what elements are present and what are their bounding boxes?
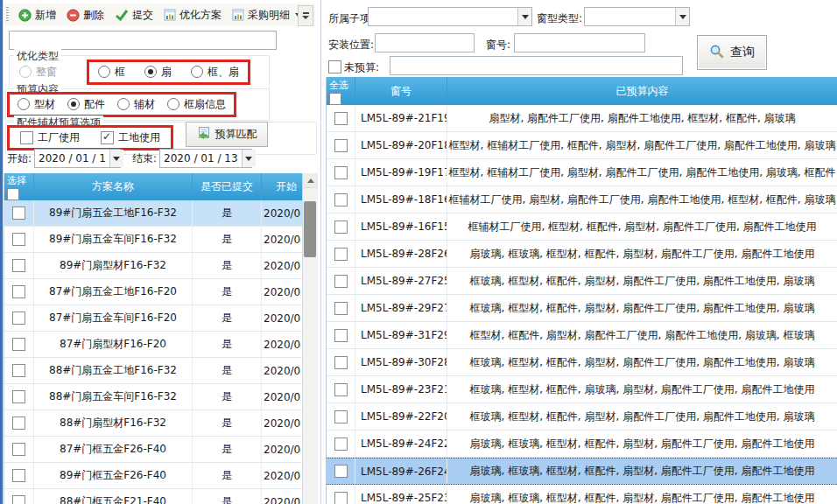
row-checkbox[interactable]	[334, 139, 348, 152]
row-select-cell[interactable]	[327, 458, 355, 484]
chevron-down-icon[interactable]	[675, 8, 689, 25]
table-row[interactable]: 89#门扇型材F16-F32是2020/0	[4, 253, 318, 279]
table-row[interactable]: LM5L-89#-26F24扇玻璃, 框玻璃, 框型材, 框配件, 扇型材, 扇…	[327, 458, 837, 485]
column-header-select-all[interactable]: 全选	[327, 77, 355, 105]
install-position-input[interactable]	[375, 33, 475, 52]
row-checkbox[interactable]	[12, 338, 25, 351]
radio-icon[interactable]	[191, 66, 203, 78]
radio-icon[interactable]	[18, 98, 30, 110]
radio-option-辅材[interactable]: 辅材	[117, 97, 155, 112]
table-row[interactable]: 87#门扇五金车间F16-F20是2020/0	[4, 305, 318, 332]
row-checkbox[interactable]	[12, 443, 25, 456]
row-checkbox[interactable]	[12, 312, 25, 325]
table-row[interactable]: 88#门扇五金工地F16-F32是2020/0	[4, 358, 318, 384]
submit-button[interactable]: 提交	[109, 6, 158, 24]
row-checkbox[interactable]	[12, 416, 25, 430]
select-all-checkbox[interactable]	[7, 188, 19, 200]
checkbox-option-工厂使用[interactable]: 工厂使用	[20, 130, 80, 145]
row-select-cell[interactable]	[327, 485, 355, 504]
row-select-cell[interactable]	[327, 376, 355, 402]
row-checkbox[interactable]	[12, 233, 25, 246]
row-checkbox[interactable]	[334, 248, 348, 261]
scroll-up-icon[interactable]	[303, 173, 318, 188]
radio-icon[interactable]	[19, 66, 32, 78]
column-header-plan-name[interactable]: 方案名称	[34, 173, 193, 200]
row-select-cell[interactable]	[327, 186, 355, 213]
plan-table-scrollbar[interactable]	[302, 173, 318, 504]
table-row[interactable]: 89#门框五金F26-F40是2020/0	[4, 463, 318, 489]
toolbar-overflow-button[interactable]	[298, 5, 313, 26]
row-select-cell[interactable]	[327, 295, 355, 321]
table-row[interactable]: 88#门扇五金车间F16-F32是2020/0	[4, 384, 318, 410]
table-row[interactable]: 87#门扇五金工地F16-F20是2020/0	[4, 279, 318, 305]
table-row[interactable]: LM5L-89#-16F15框辅材工厂使用, 框型材, 框配件, 扇型材, 扇配…	[327, 214, 837, 241]
radio-option-框、扇[interactable]: 框、扇	[191, 65, 239, 80]
row-select-cell[interactable]	[327, 349, 355, 375]
row-select-cell[interactable]	[327, 132, 355, 158]
window-no-input[interactable]	[514, 33, 645, 52]
table-row[interactable]: LM5L-89#-30F28框玻璃, 框型材, 框配件, 扇型材, 扇配件工厂使…	[327, 349, 837, 376]
table-row[interactable]: LM5L-89#-31F29框型材, 框配件, 扇型材, 扇配件工厂使用, 扇配…	[327, 322, 837, 349]
row-select-cell[interactable]	[327, 430, 355, 457]
row-select-cell[interactable]	[4, 332, 34, 357]
row-checkbox[interactable]	[12, 495, 25, 504]
no-budget-checkbox[interactable]	[328, 60, 341, 74]
table-row[interactable]: 87#门框五金F26-F40是2020/0	[4, 437, 318, 463]
row-checkbox[interactable]	[12, 390, 25, 403]
column-header-select[interactable]: 选择	[4, 173, 34, 200]
row-select-cell[interactable]	[4, 200, 34, 226]
row-select-cell[interactable]	[4, 253, 34, 278]
column-header-submitted[interactable]: 是否已提交	[193, 173, 262, 200]
row-select-cell[interactable]	[327, 105, 355, 131]
row-checkbox[interactable]	[12, 285, 25, 298]
scrollbar-thumb[interactable]	[304, 201, 316, 257]
row-checkbox[interactable]	[334, 410, 348, 424]
row-checkbox[interactable]	[12, 206, 25, 220]
checkbox-icon[interactable]	[20, 131, 33, 144]
row-checkbox[interactable]	[334, 275, 348, 288]
table-row[interactable]: LM5L-89#-20F18框型材, 框辅材工厂使用, 框配件, 扇型材, 扇配…	[327, 132, 837, 159]
row-select-cell[interactable]	[4, 384, 34, 410]
optimize-plan-button[interactable]: 优化方案	[158, 6, 227, 24]
radio-icon[interactable]	[167, 98, 179, 110]
query-button[interactable]: 查询	[697, 35, 767, 70]
row-checkbox[interactable]	[334, 220, 348, 234]
table-row[interactable]: LM5L-89#-23F21框玻璃, 框型材, 框配件, 扇玻璃, 扇型材, 扇…	[327, 376, 837, 403]
row-checkbox[interactable]	[334, 112, 348, 125]
table-row[interactable]: LM5L-89#-19F17框型材, 框辅材工厂使用, 扇型材, 扇配件工厂使用…	[327, 159, 837, 186]
checkbox-option-工地使用[interactable]: 工地使用	[101, 130, 160, 145]
row-select-cell[interactable]	[4, 489, 34, 504]
table-row[interactable]: LM5L-89#-24F22扇玻璃, 框玻璃, 框型材, 框配件, 扇型材, 扇…	[327, 430, 837, 458]
table-row[interactable]: LM5L-89#-29F27框玻璃, 框型材, 框配件, 扇型材, 扇配件工厂使…	[327, 295, 837, 322]
chevron-down-icon[interactable]	[242, 150, 256, 167]
row-checkbox[interactable]	[334, 356, 348, 369]
table-row[interactable]: LM5L-89#-28F26扇玻璃, 框玻璃, 框型材, 框配件, 扇型材, 扇…	[327, 241, 837, 268]
row-checkbox[interactable]	[334, 383, 348, 396]
row-select-cell[interactable]	[4, 358, 34, 383]
row-select-cell[interactable]	[4, 227, 34, 252]
purchase-detail-button[interactable]: 采购明细	[227, 6, 307, 24]
row-select-cell[interactable]	[4, 437, 34, 462]
table-row[interactable]: 89#门扇五金工地F16-F32是2020/0	[4, 200, 318, 227]
row-checkbox[interactable]	[334, 166, 348, 179]
row-select-cell[interactable]	[327, 403, 355, 430]
row-select-cell[interactable]	[4, 463, 34, 488]
table-row[interactable]: LM5L-89#-22F20框玻璃, 框型材, 框配件, 扇型材, 扇配件工厂使…	[327, 403, 837, 430]
row-select-cell[interactable]	[327, 322, 355, 348]
table-row[interactable]: LM5L-89#-25F23扇玻璃, 框玻璃, 框型材, 框配件, 扇型材, 扇…	[327, 485, 837, 504]
chevron-down-icon[interactable]	[109, 150, 123, 167]
row-select-cell[interactable]	[327, 214, 355, 240]
row-checkbox[interactable]	[334, 193, 348, 206]
table-row[interactable]: LM5L-89#-27F25框玻璃, 框型材, 框配件, 扇型材, 扇配件工厂使…	[327, 268, 837, 295]
row-select-cell[interactable]	[4, 279, 34, 304]
select-all-checkbox[interactable]	[329, 93, 341, 105]
radio-option-扇[interactable]: 扇	[144, 65, 172, 80]
no-budget-input[interactable]	[390, 56, 683, 75]
delete-button[interactable]: 删除	[61, 6, 109, 24]
radio-option-型材[interactable]: 型材	[18, 97, 55, 112]
column-header-window-no[interactable]: 窗号	[355, 77, 447, 105]
row-checkbox[interactable]	[334, 329, 348, 342]
radio-option-配件[interactable]: 配件	[67, 97, 105, 112]
row-select-cell[interactable]	[327, 268, 355, 294]
radio-icon[interactable]	[67, 98, 80, 110]
